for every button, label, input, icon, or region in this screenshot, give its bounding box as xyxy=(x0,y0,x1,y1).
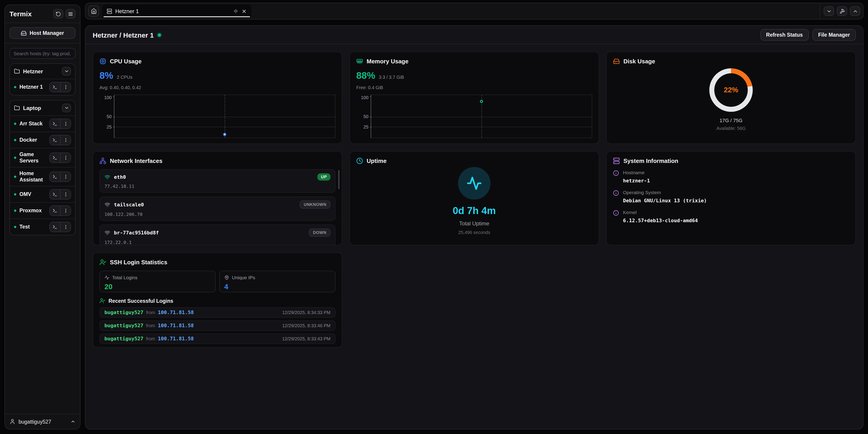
open-terminal-button[interactable] xyxy=(50,172,60,181)
y-tick: 100 xyxy=(357,95,368,100)
sidebar-item-game-servers[interactable]: Game Servers xyxy=(10,148,75,168)
kebab-menu-icon xyxy=(63,85,68,90)
folder-icon xyxy=(14,68,20,74)
open-terminal-button[interactable] xyxy=(50,119,60,128)
host-menu-button[interactable] xyxy=(60,82,70,92)
split-view-icon[interactable] xyxy=(233,8,238,13)
user-icon xyxy=(9,418,16,425)
sidebar-item-test[interactable]: Test xyxy=(10,219,75,235)
scroll-tabs-down-button[interactable] xyxy=(824,6,834,16)
stat-label: Unique IPs xyxy=(232,275,255,280)
group-header[interactable]: Hetzner xyxy=(10,64,75,79)
termix-app: Termix Host Manager xyxy=(0,0,868,434)
scrollbar[interactable] xyxy=(338,170,340,189)
group-header[interactable]: Laptop xyxy=(10,100,75,116)
host-manager-section: Host Manager xyxy=(5,23,80,44)
host-menu-button[interactable] xyxy=(60,172,70,181)
host-name-label: Docker xyxy=(20,137,37,143)
sidebar-item-home-assistant[interactable]: Home Assistant xyxy=(10,168,75,186)
scroll-tabs-up-button[interactable] xyxy=(850,6,860,16)
status-dot xyxy=(14,86,16,88)
open-terminal-button[interactable] xyxy=(50,153,60,163)
open-terminal-button[interactable] xyxy=(50,82,60,92)
host-name-label: Arr Stack xyxy=(20,121,42,127)
interface-name: br-77ac9516bd8f xyxy=(114,230,159,236)
status-dot xyxy=(14,209,16,211)
kebab-menu-icon xyxy=(63,121,68,126)
sidebar-item-arr-stack[interactable]: Arr Stack xyxy=(10,116,75,132)
refresh-button[interactable] xyxy=(53,9,63,19)
cpu-count: 2 CPUs xyxy=(117,75,132,80)
login-from-label: from xyxy=(146,336,155,341)
terminal-icon xyxy=(53,192,57,197)
chevron-down-icon xyxy=(64,106,69,110)
online-status-dot xyxy=(158,33,161,36)
system-info-hostname: Hostname hetzner-1 xyxy=(613,170,849,184)
memory-percent: 88% xyxy=(356,70,375,81)
host-menu-button[interactable] xyxy=(60,222,70,231)
menu-button[interactable] xyxy=(66,9,75,19)
system-information-card: System Information Hostname hetzner-1 Op… xyxy=(606,151,856,245)
host-menu-button[interactable] xyxy=(60,206,70,215)
search-section xyxy=(5,44,80,62)
tab-hetzner-1[interactable]: Hetzner 1 xyxy=(102,4,251,18)
card-title: Disk Usage xyxy=(623,58,655,65)
group-collapse-button[interactable] xyxy=(62,104,71,112)
login-ip: 100.71.81.58 xyxy=(158,323,194,328)
status-dot xyxy=(14,139,16,141)
memory-stick-icon xyxy=(356,58,363,65)
host-name-label: OMV xyxy=(20,191,31,198)
host-manager-button[interactable]: Host Manager xyxy=(9,27,75,39)
file-manager-button[interactable]: File Manager xyxy=(812,29,856,41)
login-timestamp: 12/29/2025, 8:33:46 PM xyxy=(282,323,331,328)
interface-row-tailscale0: tailscale0 UNKNOWN 100.122.206.70 xyxy=(99,196,336,221)
unique-ips-value: 4 xyxy=(224,283,331,291)
unique-ips-stat: Unique IPs 4 xyxy=(219,271,336,292)
open-terminal-button[interactable] xyxy=(50,135,60,145)
login-user: bugattiguy527 xyxy=(104,336,143,342)
open-terminal-button[interactable] xyxy=(50,222,60,231)
group-collapse-button[interactable] xyxy=(62,67,71,76)
wifi-icon xyxy=(104,230,110,236)
login-list: bugattiguy527 from 100.71.81.58 12/29/20… xyxy=(99,307,336,344)
sidebar-item-docker[interactable]: Docker xyxy=(10,132,75,148)
sidebar-item-hetzner-1[interactable]: Hetzner 1 xyxy=(10,79,75,95)
close-tab-icon[interactable] xyxy=(241,8,247,14)
terminal-icon xyxy=(53,174,57,179)
search-input[interactable] xyxy=(9,48,75,59)
open-terminal-button[interactable] xyxy=(50,190,60,199)
pulse-circle xyxy=(458,167,491,200)
sidebar-item-proxmox[interactable]: Proxmox xyxy=(10,203,75,219)
open-terminal-button[interactable] xyxy=(50,206,60,215)
y-tick: 50 xyxy=(357,115,368,119)
chevron-up-icon xyxy=(70,419,75,424)
memory-data-point xyxy=(480,100,483,103)
host-menu-button[interactable] xyxy=(60,135,70,145)
login-timestamp: 12/29/2025, 8:33:43 PM xyxy=(282,336,331,341)
total-logins-value: 20 xyxy=(104,283,211,291)
refresh-status-button[interactable]: Refresh Status xyxy=(760,29,809,41)
card-title: System Information xyxy=(623,157,678,164)
login-row: bugattiguy527 from 100.71.81.58 12/29/20… xyxy=(99,320,336,331)
status-dot xyxy=(14,123,16,125)
memory-usage-card: Memory Usage 88% 3.3 / 3.7 GiB Free: 0.4… xyxy=(349,52,599,144)
sidebar-item-omv[interactable]: OMV xyxy=(10,186,75,203)
wifi-icon xyxy=(104,202,110,207)
host-menu-button[interactable] xyxy=(60,190,70,199)
host-menu-button[interactable] xyxy=(60,119,70,128)
cpu-percent: 8% xyxy=(99,70,113,81)
memory-chart: 100 50 25 xyxy=(371,94,592,138)
status-badge: UP xyxy=(317,173,331,180)
home-icon xyxy=(91,8,96,14)
chevron-up-icon xyxy=(852,8,858,14)
user-menu[interactable]: bugattiguy527 xyxy=(5,414,80,429)
sidebar-header: Termix xyxy=(5,5,80,23)
login-row: bugattiguy527 from 100.71.81.58 12/29/20… xyxy=(99,334,336,344)
host-groups: Hetzner Hetzner 1 xyxy=(5,62,80,414)
tools-button[interactable] xyxy=(837,6,847,16)
status-dot xyxy=(14,193,16,195)
host-menu-button[interactable] xyxy=(60,153,70,163)
host-name-label: Home Assistant xyxy=(20,170,46,183)
chevron-down-icon xyxy=(826,8,832,14)
home-button[interactable] xyxy=(88,5,99,17)
